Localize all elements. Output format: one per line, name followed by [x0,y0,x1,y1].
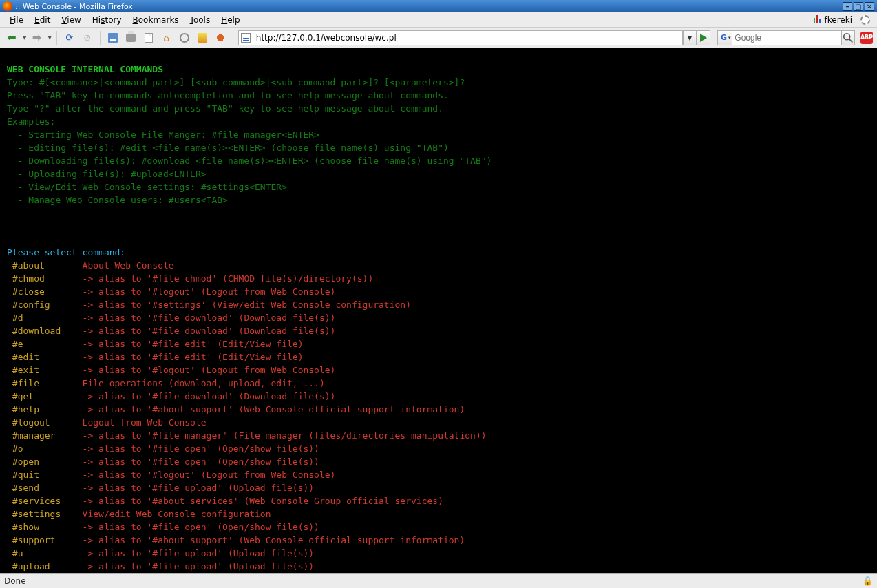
menu-edit[interactable]: Edit [29,14,56,26]
command-row: #file File operations (download, upload,… [7,377,870,390]
command-row: #quit -> alias to '#logout' (Logout from… [7,468,870,481]
menu-history[interactable]: History [87,14,127,26]
command-name: #exit [7,365,77,375]
addon-button[interactable] [213,30,228,45]
command-name: #support [7,535,77,545]
bookmark-toolbar-icon[interactable] [812,15,822,25]
menu-file[interactable]: File [4,14,29,26]
command-desc: About Web Console [77,260,174,271]
command-name: #services [7,496,77,506]
command-row: #download -> alias to '#file download' (… [7,324,870,337]
command-name: #open [7,456,77,467]
firefox-icon [3,1,12,11]
menu-bookmarks[interactable]: Bookmarks [127,14,184,26]
window-minimize-button[interactable]: – [843,2,852,11]
adblock-plus-button[interactable]: ABP [860,32,873,44]
window-maximize-button[interactable]: ▢ [854,2,863,11]
menu-tools[interactable]: Tools [184,14,216,26]
save-button[interactable] [105,30,120,45]
command-desc: -> alias to '#logout' (Logout from Web C… [77,286,336,297]
help-line: - View/Edit Web Console settings: #setti… [7,180,870,193]
command-row: #send -> alias to '#file upload' (Upload… [7,481,870,494]
command-row: #o -> alias to '#file open' (Open/show f… [7,442,870,455]
command-name: #manager [7,430,77,441]
search-bar: G [717,30,855,45]
command-row: #u -> alias to '#file upload' (Upload fi… [7,547,870,560]
command-row: #e -> alias to '#file edit' (Edit/View f… [7,337,870,350]
command-desc: File operations (download, upload, edit,… [77,378,325,388]
url-input[interactable] [253,30,683,45]
command-row: #open -> alias to '#file open' (Open/sho… [7,455,870,468]
toolbar-separator [56,31,57,45]
help-line: - Uploading file(s): #upload<ENTER> [7,167,870,180]
command-desc: -> alias to '#file open' (Open/show file… [77,456,319,467]
forward-history-dropdown[interactable]: ▼ [47,35,51,41]
stop-button[interactable]: ⊘ [80,30,95,45]
help-line: Press "TAB" key to commands autocompleti… [7,89,870,102]
command-desc: -> alias to '#file chmod' (CHMOD file(s)… [77,273,373,284]
command-name: #edit [7,352,77,362]
command-desc: -> alias to '#file download' (Download f… [77,391,336,401]
url-history-dropdown[interactable]: ▼ [683,30,697,45]
help-line: Type "?" after the command and press "TA… [7,102,870,115]
command-name: #settings [7,509,77,519]
search-input[interactable] [732,30,841,45]
toolbar-separator [233,31,233,45]
command-row: #services -> alias to '#about services' … [7,494,870,507]
home-button[interactable]: ⌂ [159,30,174,45]
command-name: #d [7,313,77,323]
command-desc: -> alias to '#file upload' (Upload file(… [77,483,314,493]
command-row: #settings View/edit Web Console configur… [7,507,870,521]
command-row: #config -> alias to '#settings' (View/ed… [7,298,870,311]
feed-button[interactable] [195,30,210,45]
command-row: #d -> alias to '#file download' (Downloa… [7,311,870,324]
command-name: #download [7,326,77,336]
forward-button[interactable]: ➡ [29,30,44,45]
command-desc: -> alias to '#about support' (Web Consol… [77,535,465,545]
command-name: #close [7,286,77,297]
search-engine-selector[interactable]: G [717,30,732,45]
help-line: - Editing file(s): #edit <file name(s)><… [7,141,870,154]
command-desc: -> alias to '#logout' (Logout from Web C… [77,365,336,375]
status-text: Done [4,576,26,586]
window-title: :: Web Console - Mozilla Firefox [15,2,133,11]
command-name: #get [7,391,77,401]
command-desc: View/edit Web Console configuration [77,509,271,519]
settings-button[interactable] [177,30,192,45]
command-desc: -> alias to '#settings' (View/edit Web C… [77,300,411,310]
command-desc: -> alias to '#file upload' (Upload file(… [77,548,314,558]
reload-button[interactable]: ⟳ [62,30,77,45]
window-titlebar: :: Web Console - Mozilla Firefox – ▢ ✕ [0,0,877,12]
toolbar-separator [100,31,101,45]
window-close-button[interactable]: ✕ [865,2,874,11]
back-history-dropdown[interactable]: ▼ [23,35,26,41]
command-name: #file [7,378,77,388]
command-name: #logout [7,417,77,428]
command-desc: Logout from Web Console [77,417,207,428]
command-row: #manager -> alias to '#file manager' (Fi… [7,429,870,442]
command-row: #show -> alias to '#file open' (Open/sho… [7,521,870,534]
web-console-terminal[interactable]: WEB CONSOLE INTERNAL COMMANDS Type: #[<c… [0,48,877,573]
bookmark-toolbar-label[interactable]: fkereki [825,15,852,25]
print-button[interactable] [123,30,138,45]
site-identity-icon[interactable] [238,30,253,45]
svg-line-1 [849,39,852,42]
command-name: #o [7,443,77,454]
search-go-button[interactable] [841,30,855,45]
menu-help[interactable]: Help [215,14,245,26]
help-line: - Manage Web Console users: #users<TAB> [7,193,870,207]
back-button[interactable]: ⬅ [4,30,19,45]
security-lock-icon[interactable]: 🔓 [862,576,873,587]
command-desc: -> alias to '#file upload' (Upload file(… [77,561,314,571]
new-page-button[interactable] [141,30,156,45]
menu-view[interactable]: View [56,14,86,26]
command-row: #get -> alias to '#file download' (Downl… [7,390,870,403]
command-row: #logout Logout from Web Console [7,416,870,429]
go-button[interactable] [697,30,710,45]
command-row: #support -> alias to '#about support' (W… [7,534,870,547]
command-row: #exit -> alias to '#logout' (Logout from… [7,364,870,377]
command-row: #edit -> alias to '#file edit' (Edit/Vie… [7,350,870,364]
command-row: #help -> alias to '#about support' (Web … [7,403,870,416]
command-row: #close -> alias to '#logout' (Logout fro… [7,285,870,298]
command-name: #chmod [7,273,77,284]
